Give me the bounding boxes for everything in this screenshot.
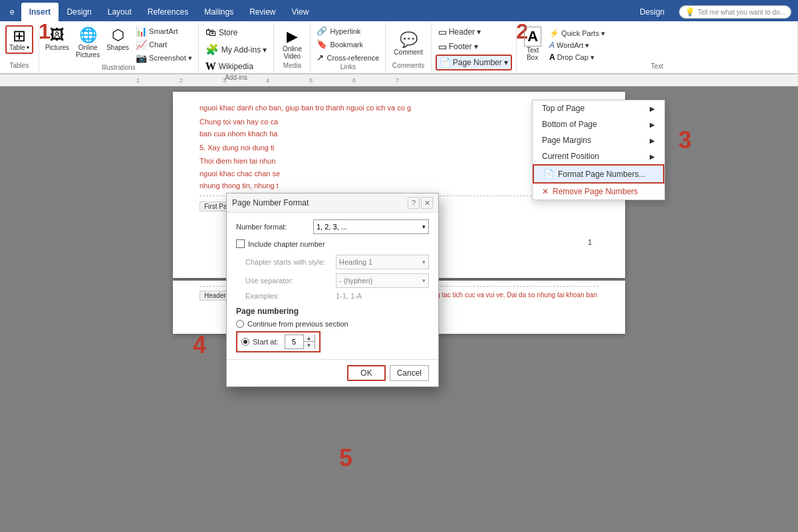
myaddin-button[interactable]: 🧩 My Add-ins ▾ xyxy=(203,42,270,57)
dropdown-item-format-page-numbers[interactable]: 📄 Format Page Numbers... xyxy=(533,164,664,184)
drop-cap-button[interactable]: A Drop Cap ▾ xyxy=(547,52,793,63)
format-page-numbers-label: Format Page Numbers... xyxy=(558,170,645,179)
screenshot-button[interactable]: 📷 Screenshot ▾ xyxy=(134,52,194,64)
start-at-row[interactable]: Start at: 5 ▲ ▼ xyxy=(236,331,321,352)
cross-reference-icon: ↗ xyxy=(317,53,324,63)
chapter-arrow: ▾ xyxy=(422,259,426,265)
dropdown-item-bottom-of-page[interactable]: Bottom of Page ▶ xyxy=(533,116,664,132)
chapter-starts-select[interactable]: Heading 1 ▾ xyxy=(336,255,429,269)
store-label: Store xyxy=(219,28,238,37)
page-number-button[interactable]: 📄 Page Number ▾ xyxy=(436,55,512,70)
tab-view[interactable]: View xyxy=(284,3,317,21)
table-icon: ⊞ xyxy=(13,28,26,44)
arrow-icon: ▶ xyxy=(650,105,655,112)
wordart-button[interactable]: A WordArt ▾ xyxy=(547,40,793,51)
step-3-label: 3 xyxy=(678,126,692,154)
use-separator-select[interactable]: - (hyphen) ▾ xyxy=(336,273,429,288)
examples-value: 1-1, 1-A xyxy=(336,292,362,300)
document-area: nguoi khac danh cho ban, giup ban tro th… xyxy=(0,86,798,532)
chapter-starts-value: Heading 1 xyxy=(339,258,372,266)
start-at-radio[interactable] xyxy=(241,338,249,346)
tab-design-right[interactable]: Design xyxy=(632,3,672,21)
wikipedia-button[interactable]: W Wikipedia xyxy=(203,59,270,74)
dropdown-item-page-margins[interactable]: Page Margins ▶ xyxy=(533,132,664,148)
chart-label: Chart xyxy=(149,41,167,49)
page-number-icon: 📄 xyxy=(440,57,451,68)
sep-arrow: ▾ xyxy=(422,277,426,284)
table-label: Table xyxy=(9,44,25,51)
online-pictures-label: OnlinePictures xyxy=(76,44,100,59)
continue-radio-row[interactable]: Continue from previous section xyxy=(236,320,429,328)
cross-reference-button[interactable]: ↗ Cross-reference xyxy=(315,52,381,63)
smartart-label: SmartArt xyxy=(149,27,178,35)
page-numbering-section: Page numbering Continue from previous se… xyxy=(236,307,429,352)
cancel-button[interactable]: Cancel xyxy=(390,365,429,381)
include-chapter-checkbox[interactable] xyxy=(236,239,245,248)
online-video-button[interactable]: ▶ OnlineVideo xyxy=(280,25,305,62)
comments-group-label: Comments xyxy=(392,62,424,69)
tell-me-text: Tell me what you want to do... xyxy=(698,9,785,16)
smartart-icon: 📊 xyxy=(136,26,147,37)
examples-label: Examples: xyxy=(245,292,332,300)
dialog-footer: OK Cancel xyxy=(227,359,438,386)
smartart-button[interactable]: 📊 SmartArt xyxy=(134,25,194,37)
header-button[interactable]: ▭ Header ▾ xyxy=(436,25,512,39)
textbox-label: TextBox xyxy=(527,47,539,61)
myaddin-icon: 🧩 xyxy=(205,43,219,56)
continue-radio[interactable] xyxy=(236,320,244,328)
spinbox-value: 5 xyxy=(285,335,304,348)
ribbon-content: ⊞ Table ▾ Tables 1 🖼 Pictures 🌐 OnlinePi… xyxy=(0,21,798,74)
dialog-close-btn[interactable]: ✕ xyxy=(421,197,433,209)
step-4-label: 4 xyxy=(193,331,206,359)
textbox-button[interactable]: A TextBox xyxy=(521,25,545,63)
group-illustrations: 🖼 Pictures 🌐 OnlinePictures ⬡ Shapes 📊 S… xyxy=(39,23,199,72)
wordart-label: WordArt ▾ xyxy=(557,41,589,50)
number-format-select[interactable]: 1, 2, 3, ... ▾ xyxy=(313,219,429,234)
page-number-format-dialog: Page Number Format ? ✕ Number format: 1,… xyxy=(226,193,439,387)
online-video-label: OnlineVideo xyxy=(283,45,302,60)
footer-button[interactable]: ▭ Footer ▾ xyxy=(436,40,512,53)
shapes-button[interactable]: ⬡ Shapes xyxy=(104,25,131,53)
tab-mailings[interactable]: Mailings xyxy=(196,3,241,21)
dropdown-item-current-position[interactable]: Current Position ▶ xyxy=(533,148,664,164)
illustrations-group-label: Illustrations xyxy=(43,64,194,71)
pictures-label: Pictures xyxy=(45,44,69,51)
tab-review[interactable]: Review xyxy=(241,3,283,21)
tab-design[interactable]: Design xyxy=(59,3,99,21)
ok-button[interactable]: OK xyxy=(347,365,385,381)
bookmark-icon: 🔖 xyxy=(317,39,327,49)
hyperlink-button[interactable]: 🔗 Hyperlink xyxy=(315,25,381,37)
tab-insert[interactable]: Insert xyxy=(21,3,59,21)
tab-layout[interactable]: Layout xyxy=(100,3,140,21)
bookmark-button[interactable]: 🔖 Bookmark xyxy=(315,39,381,50)
group-media: ▶ OnlineVideo Media xyxy=(274,23,311,72)
online-video-icon: ▶ xyxy=(287,28,298,45)
header-label: Header ▾ xyxy=(449,27,481,37)
chapter-starts-label: Chapter starts with style: xyxy=(245,258,332,266)
dropdown-item-remove-page-numbers[interactable]: ✕ Remove Page Numbers xyxy=(533,184,664,200)
hyperlink-label: Hyperlink xyxy=(330,27,360,35)
chart-button[interactable]: 📈 Chart xyxy=(134,39,194,51)
quick-parts-button[interactable]: ⚡ Quick Parts ▾ xyxy=(547,28,793,39)
hyperlink-icon: 🔗 xyxy=(317,26,327,36)
arrow-icon-3: ▶ xyxy=(650,137,655,144)
start-at-spinbox[interactable]: 5 ▲ ▼ xyxy=(285,334,315,349)
dialog-body: Number format: 1, 2, 3, ... ▾ Include ch… xyxy=(227,213,438,359)
comment-button[interactable]: 💬 Comment xyxy=(391,25,425,62)
table-button[interactable]: ⊞ Table ▾ xyxy=(5,25,33,54)
page-number-dropdown: Top of Page ▶ Bottom of Page ▶ Page Marg… xyxy=(532,100,665,200)
include-chapter-label: Include chapter number xyxy=(248,240,325,248)
dropdown-item-top-of-page[interactable]: Top of Page ▶ xyxy=(533,100,664,116)
bookmark-label: Bookmark xyxy=(330,41,363,49)
store-button[interactable]: 🛍 Store xyxy=(203,25,270,40)
tab-references[interactable]: References xyxy=(140,3,196,21)
online-pictures-button[interactable]: 🌐 OnlinePictures xyxy=(74,25,102,60)
dialog-title: Page Number Format xyxy=(232,198,309,207)
tab-file[interactable]: e xyxy=(3,3,21,21)
pictures-button[interactable]: 🖼 Pictures xyxy=(43,25,71,53)
spinbox-up[interactable]: ▲ xyxy=(304,334,315,342)
tell-me-bar[interactable]: 💡 Tell me what you want to do... xyxy=(679,5,791,19)
spinbox-down[interactable]: ▼ xyxy=(304,342,315,349)
dialog-help-btn[interactable]: ? xyxy=(408,197,420,209)
online-pictures-icon: 🌐 xyxy=(79,27,97,44)
